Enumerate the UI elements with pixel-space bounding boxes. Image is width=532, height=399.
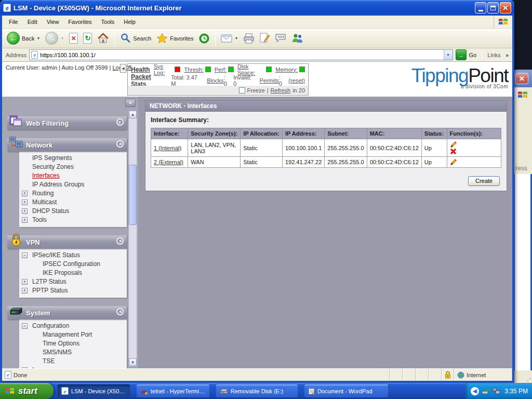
blocks-link[interactable]: Blocks: [207, 77, 223, 84]
mail-button[interactable]: ▼: [218, 33, 241, 44]
section-header-vpn[interactable]: VPN»: [7, 235, 127, 249]
sidebar-item-ipsec-ike-status[interactable]: −IPSec/IKE Status: [19, 251, 127, 260]
sidebar-item-l2tp-status[interactable]: +L2TP Status: [19, 277, 127, 286]
back-button[interactable]: ← Back▼: [4, 31, 43, 46]
menu-favorites[interactable]: Favorites: [63, 17, 96, 27]
history-button[interactable]: [196, 32, 212, 45]
sidebar-scrollbar[interactable]: ▲ ▼: [128, 110, 137, 367]
sidebar-item-ip-address-groups[interactable]: IP Address Groups: [19, 180, 127, 189]
expand-plus-icon[interactable]: +: [22, 191, 28, 196]
collapse-chevron-icon[interactable]: »: [116, 140, 124, 148]
collapse-minus-icon[interactable]: −: [22, 252, 28, 258]
print-button[interactable]: [241, 32, 257, 45]
sidebar-item-sms-nms[interactable]: SMS/NMS: [19, 348, 127, 357]
edit-button[interactable]: [257, 32, 272, 45]
interface-link[interactable]: 2 (External): [154, 159, 183, 165]
sidebar-item-time-options[interactable]: Time Options: [19, 339, 127, 348]
health-indicator-link[interactable]: Memory:: [275, 66, 298, 73]
menu-file[interactable]: File: [4, 17, 23, 27]
section-header-network[interactable]: Network»: [7, 138, 127, 152]
scroll-down-icon[interactable]: ▼: [129, 358, 137, 366]
address-dropdown-icon[interactable]: ▼: [444, 50, 453, 60]
sidebar-collapse-button[interactable]: «: [125, 99, 136, 107]
close-button[interactable]: ✕: [500, 2, 511, 14]
sidebar-item-ipsec-configuration[interactable]: IPSEC Configuration: [19, 260, 127, 269]
safely-remove-icon[interactable]: [482, 388, 489, 395]
taskbar-task-wordpad[interactable]: Document - WordPad: [304, 384, 388, 397]
address-input[interactable]: e https://100.100.100.1/ ▼: [29, 49, 453, 60]
sidebar-item-management-port[interactable]: Management Port: [19, 330, 127, 339]
maximize-button[interactable]: [487, 2, 499, 14]
taskbar-clock[interactable]: 3:35 PM: [504, 388, 528, 395]
sidebar-item-logs[interactable]: −Logs: [19, 366, 127, 368]
taskbar-task-removable-disk[interactable]: Removable Disk (E:): [216, 384, 298, 397]
stop-button[interactable]: ✕: [66, 32, 81, 45]
background-close-icon[interactable]: ✕: [515, 73, 528, 84]
sidebar-item-dhcp-status[interactable]: +DHCP Status: [19, 207, 127, 216]
collapse-minus-icon[interactable]: −: [22, 323, 28, 329]
health-indicator-link[interactable]: Thresh:: [184, 66, 203, 73]
taskbar-task-hyperterminal[interactable]: telnet - HyperTerminal: [137, 384, 209, 397]
collapse-chevron-icon[interactable]: »: [116, 237, 124, 245]
expand-chevron-icon[interactable]: »: [116, 118, 124, 126]
forward-button[interactable]: → ▼: [43, 31, 66, 46]
sidebar-item-ike-proposals[interactable]: IKE Proposals: [19, 269, 127, 277]
refresh-button[interactable]: ↻: [81, 32, 95, 45]
refresh-link[interactable]: Refresh: [271, 87, 291, 94]
titlebar[interactable]: e LSM - Device (X505GW) - Microsoft Inte…: [0, 0, 514, 16]
expand-plus-icon[interactable]: +: [22, 200, 28, 205]
section-header-system[interactable]: System»: [7, 306, 127, 320]
edit-pencil-icon[interactable]: [450, 158, 457, 166]
interface-link[interactable]: 1 (Internal): [154, 145, 181, 151]
links-label[interactable]: Links: [487, 52, 501, 58]
sidebar-item-pptp-status[interactable]: +PPTP Status: [19, 286, 127, 295]
header-collapse-button[interactable]: ◀: [120, 64, 126, 73]
edit-pencil-icon[interactable]: [450, 141, 457, 148]
expand-plus-icon[interactable]: +: [22, 208, 28, 214]
expand-plus-icon[interactable]: +: [22, 279, 28, 285]
scroll-thumb[interactable]: [129, 165, 137, 225]
sidebar-item-tse[interactable]: TSE: [19, 357, 127, 366]
section-header-web-filtering[interactable]: Web Filtering»: [7, 116, 127, 130]
go-label[interactable]: Go: [469, 52, 477, 58]
links-chevron-icon[interactable]: »: [503, 52, 511, 58]
taskbar-task-ie[interactable]: eLSM - Device (X505G...: [58, 384, 130, 397]
desktop: ✕ ress e LSM - Device (X505GW) - Microso…: [0, 0, 532, 399]
sidebar-item-interfaces[interactable]: Interfaces: [19, 171, 127, 180]
sidebar-item-routing[interactable]: +Routing: [19, 189, 127, 198]
collapse-minus-icon[interactable]: −: [22, 367, 28, 368]
health-title-link[interactable]: Health: [131, 66, 150, 73]
background-window-content: [513, 174, 532, 370]
history-icon: [198, 33, 210, 44]
sidebar-item-multicast[interactable]: +Multicast: [19, 198, 127, 207]
start-button[interactable]: start: [0, 383, 54, 399]
create-button[interactable]: Create: [468, 176, 500, 186]
expand-plus-icon[interactable]: +: [22, 217, 28, 223]
reset-link[interactable]: (reset): [288, 77, 305, 84]
favorites-button[interactable]: Favorites: [154, 32, 196, 45]
health-indicator-link[interactable]: Perf:: [215, 66, 227, 73]
edit-page-icon: [260, 33, 270, 44]
menu-tools[interactable]: Tools: [97, 17, 119, 27]
home-button[interactable]: [95, 32, 112, 45]
sidebar-item-ips-segments[interactable]: IPS Segments: [19, 154, 127, 163]
go-icon[interactable]: →: [456, 49, 467, 60]
freeze-checkbox[interactable]: [239, 87, 245, 94]
menu-help[interactable]: Help: [119, 17, 140, 27]
tray-chevron-icon[interactable]: ◀: [471, 387, 479, 395]
collapse-chevron-icon[interactable]: »: [116, 308, 124, 315]
sidebar-item-configuration[interactable]: −Configuration: [19, 322, 127, 330]
messenger-button[interactable]: [289, 32, 306, 45]
search-button[interactable]: Search: [117, 32, 154, 45]
menu-view[interactable]: View: [42, 17, 64, 27]
delete-x-icon[interactable]: [450, 148, 457, 155]
discuss-button[interactable]: [272, 32, 289, 44]
network-tray-icon[interactable]: [492, 388, 500, 395]
minimize-button[interactable]: [475, 2, 486, 14]
permits-link[interactable]: Permits: [259, 77, 278, 84]
sidebar-item-security-zones[interactable]: Security Zones: [19, 163, 127, 171]
menu-edit[interactable]: Edit: [23, 17, 42, 27]
expand-plus-icon[interactable]: +: [22, 288, 28, 294]
sidebar-item-tools[interactable]: +Tools: [19, 216, 127, 224]
scroll-up-icon[interactable]: ▲: [129, 111, 137, 118]
